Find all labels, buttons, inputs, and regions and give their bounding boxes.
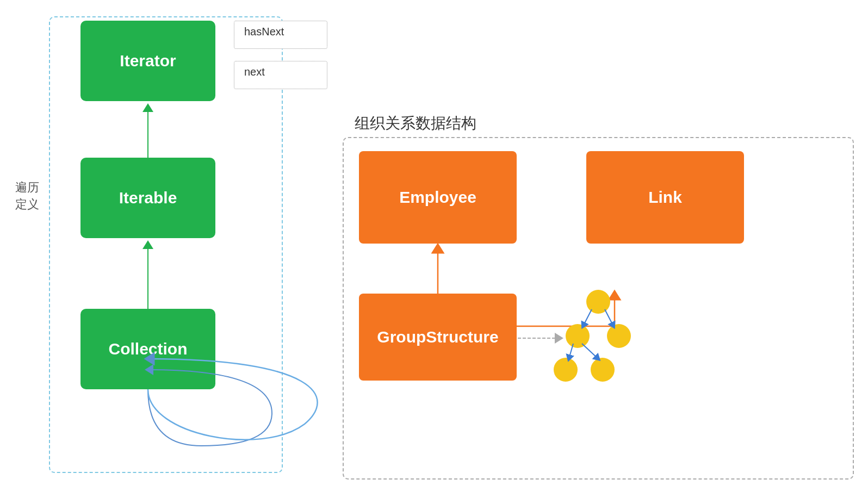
traverse-label: 遍历 定义 xyxy=(15,179,39,213)
collection-box: Collection xyxy=(80,309,215,389)
iterable-box: Iterable xyxy=(80,158,215,238)
org-title: 组织关系数据结构 xyxy=(355,113,476,134)
employee-box: Employee xyxy=(359,151,517,244)
link-box: Link xyxy=(586,151,744,244)
diagram-container: 遍历 定义 Iterator Iterable Collection hasNe… xyxy=(0,0,868,498)
iterator-box: Iterator xyxy=(80,21,215,101)
next-method-box: next xyxy=(234,61,327,89)
groupstructure-box: GroupStructure xyxy=(359,294,517,381)
hasnext-method-box: hasNext xyxy=(234,21,327,49)
